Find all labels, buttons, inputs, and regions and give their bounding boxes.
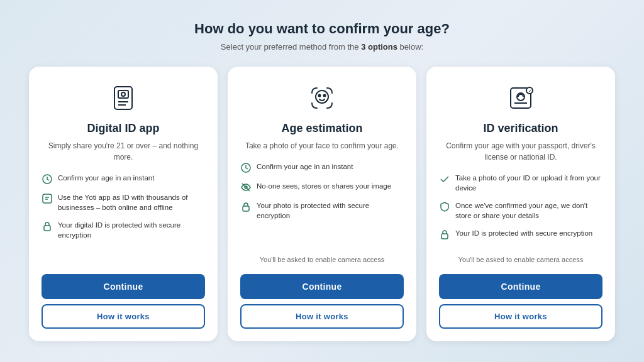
feature-item: Confirm your age in an instant: [42, 173, 205, 185]
card-id-verification-features: Take a photo of your ID or upload it fro…: [439, 173, 602, 248]
card-id-verification-title: ID verification: [483, 122, 558, 135]
card-age-estimation-title: Age estimation: [281, 122, 362, 135]
svg-point-11: [319, 95, 321, 97]
face-scan-icon: [306, 82, 338, 114]
eye-off-icon: [240, 182, 252, 193]
card-id-verification: ✓ ID verification Confirm your age with …: [426, 67, 615, 341]
svg-rect-22: [441, 234, 448, 239]
svg-rect-6: [43, 194, 52, 203]
page-subtitle: Select your preferred method from the 3 …: [221, 42, 423, 52]
shield-icon: [439, 201, 450, 212]
digital-id-icon: [107, 82, 140, 114]
lock-icon: [439, 229, 450, 240]
age-estimation-camera-note: You'll be asked to enable camera access: [260, 255, 385, 265]
card-digital-id-title: Digital ID app: [87, 122, 159, 135]
page-title: How do you want to confirm your age?: [194, 21, 450, 37]
passport-icon: ✓: [504, 82, 537, 114]
age-estimation-continue-button[interactable]: Continue: [240, 274, 404, 299]
feature-item: Your digital ID is protected with secure…: [42, 220, 205, 240]
feature-text: Take a photo of your ID or upload it fro…: [455, 173, 602, 193]
feature-text: Your digital ID is protected with secure…: [58, 220, 205, 240]
feature-text: No-one sees, stores or shares your image: [257, 181, 391, 191]
card-digital-id: Digital ID app Simply share you're 21 or…: [29, 67, 218, 341]
svg-point-12: [324, 95, 326, 97]
svg-point-2: [121, 92, 125, 96]
card-age-estimation: Age estimation Take a photo of your face…: [228, 67, 416, 341]
feature-item: No-one sees, stores or shares your image: [240, 181, 404, 193]
svg-text:✓: ✓: [528, 89, 532, 93]
feature-text: Confirm your age in an instant: [58, 173, 154, 183]
feature-text: Once we've confirmed your age, we don't …: [455, 200, 602, 221]
subtitle-text: Select your preferred method from the: [221, 42, 359, 52]
svg-rect-1: [118, 90, 128, 98]
lock-icon: [240, 201, 252, 212]
card-id-verification-desc: Confirm your age with your passport, dri…: [439, 140, 602, 163]
age-estimation-how-it-works-button[interactable]: How it works: [240, 304, 404, 329]
feature-item: Use the Yoti app as ID with thousands of…: [42, 192, 205, 212]
feature-item: Once we've confirmed your age, we don't …: [439, 200, 602, 221]
id-verification-continue-button[interactable]: Continue: [439, 274, 602, 299]
svg-rect-16: [243, 206, 249, 211]
cards-container: Digital ID app Simply share you're 21 or…: [20, 67, 624, 341]
feature-item: Your photo is protected with secure encr…: [240, 200, 404, 221]
svg-rect-9: [44, 226, 50, 231]
feature-item: Confirm your age in an instant: [240, 162, 404, 173]
digital-id-continue-button[interactable]: Continue: [42, 274, 205, 299]
subtitle-end: below:: [400, 42, 424, 52]
card-digital-id-desc: Simply share you're 21 or over – and not…: [42, 140, 205, 163]
id-verification-how-it-works-button[interactable]: How it works: [439, 304, 602, 329]
feature-text: Use the Yoti app as ID with thousands of…: [58, 192, 205, 212]
feature-text: Your ID is protected with secure encrypt…: [455, 228, 592, 238]
clock-icon: [42, 173, 53, 185]
feature-item: Your ID is protected with secure encrypt…: [439, 228, 602, 240]
subtitle-strong: 3 options: [361, 42, 397, 52]
feature-text: Your photo is protected with secure encr…: [257, 200, 404, 221]
feature-text: Confirm your age in an instant: [257, 162, 353, 172]
feature-item: Take a photo of your ID or upload it fro…: [439, 173, 602, 193]
card-age-estimation-features: Confirm your age in an instant No-one se…: [240, 162, 404, 248]
card-digital-id-features: Confirm your age in an instant Use the Y…: [42, 173, 205, 248]
app-icon: [42, 193, 53, 204]
clock-icon: [240, 162, 252, 173]
digital-id-how-it-works-button[interactable]: How it works: [42, 304, 205, 329]
lock-icon: [42, 221, 53, 232]
check-icon: [439, 173, 450, 185]
id-verification-camera-note: You'll be asked to enable camera access: [458, 255, 584, 265]
card-age-estimation-desc: Take a photo of your face to confirm you…: [245, 140, 399, 151]
